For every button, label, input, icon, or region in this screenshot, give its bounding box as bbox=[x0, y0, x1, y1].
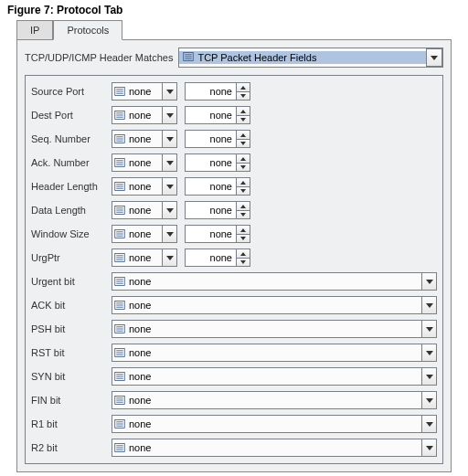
chevron-down-icon bbox=[166, 185, 174, 189]
tab-protocols[interactable]: Protocols bbox=[53, 20, 122, 40]
psh-bit-dropdown[interactable] bbox=[421, 321, 436, 337]
row-syn-bit: SYN bit none bbox=[31, 365, 437, 388]
header-match-select[interactable]: TCP Packet Header Fields bbox=[178, 48, 443, 68]
data-length-op-select[interactable]: none bbox=[112, 201, 177, 219]
ack-number-op-dropdown[interactable] bbox=[162, 154, 176, 171]
row-psh-bit: PSH bit none bbox=[31, 317, 437, 341]
urgptr-spin-down[interactable] bbox=[237, 258, 250, 266]
chevron-up-icon bbox=[240, 252, 246, 256]
ack-number-op-select[interactable]: none bbox=[112, 153, 177, 172]
seq-number-spin-down[interactable] bbox=[237, 139, 250, 147]
dest-port-spinner-value: none bbox=[186, 107, 236, 123]
rst-bit-dropdown[interactable] bbox=[421, 344, 436, 361]
label-urgptr: UrgPtr bbox=[31, 252, 108, 263]
list-icon bbox=[112, 371, 127, 382]
window-size-spin-down[interactable] bbox=[237, 234, 250, 242]
seq-number-op-dropdown[interactable] bbox=[162, 131, 176, 147]
seq-number-spin-up[interactable] bbox=[237, 131, 250, 139]
chevron-down-icon bbox=[426, 398, 433, 403]
ack-number-spin-up[interactable] bbox=[237, 154, 250, 163]
ack-number-spinner[interactable]: none bbox=[185, 153, 250, 172]
source-port-op-dropdown[interactable] bbox=[162, 83, 176, 100]
row-header-length: Header Length none none bbox=[31, 175, 437, 198]
chevron-up-icon bbox=[240, 157, 246, 161]
tab-ip[interactable]: IP bbox=[16, 20, 53, 39]
window-size-spin-up[interactable] bbox=[237, 226, 250, 234]
chevron-up-icon bbox=[240, 110, 246, 113]
data-length-op-dropdown[interactable] bbox=[162, 202, 176, 218]
urgptr-spin-up[interactable] bbox=[237, 249, 250, 258]
syn-bit-select[interactable]: none bbox=[112, 367, 437, 386]
r2-bit-select[interactable]: none bbox=[112, 439, 437, 457]
ack-bit-select[interactable]: none bbox=[112, 296, 437, 314]
chevron-down-icon bbox=[240, 237, 246, 240]
rst-bit-value: none bbox=[127, 347, 421, 358]
header-match-label: TCP/UDP/ICMP Header Matches bbox=[25, 52, 173, 63]
chevron-down-icon bbox=[166, 90, 174, 94]
urgptr-op-select[interactable]: none bbox=[112, 249, 177, 267]
chevron-down-icon bbox=[240, 260, 246, 264]
label-header-length: Header Length bbox=[31, 181, 108, 192]
label-rst-bit: RST bit bbox=[31, 347, 108, 358]
data-length-spin-up[interactable] bbox=[237, 202, 250, 210]
dest-port-op-select[interactable]: none bbox=[112, 106, 177, 124]
header-length-spin-down[interactable] bbox=[237, 186, 250, 195]
urgent-bit-select[interactable]: none bbox=[112, 272, 437, 291]
window-size-spinner[interactable]: none bbox=[185, 225, 250, 243]
psh-bit-select[interactable]: none bbox=[112, 320, 437, 338]
chevron-up-icon bbox=[240, 228, 246, 232]
header-length-spin-up[interactable] bbox=[237, 178, 250, 186]
row-rst-bit: RST bit none bbox=[31, 341, 437, 365]
dest-port-spin-down[interactable] bbox=[237, 115, 250, 123]
dest-port-spinner[interactable]: none bbox=[185, 106, 250, 124]
source-port-op-select[interactable]: none bbox=[112, 82, 177, 100]
dest-port-spin-up[interactable] bbox=[237, 107, 250, 115]
label-r2-bit: R2 bit bbox=[31, 442, 108, 453]
row-source-port: Source Port none none bbox=[31, 79, 437, 103]
ack-number-spin-down[interactable] bbox=[237, 163, 250, 171]
label-r1-bit: R1 bit bbox=[31, 418, 108, 429]
ack-number-op-value: none bbox=[127, 157, 162, 168]
list-icon bbox=[112, 252, 127, 263]
r2-bit-dropdown[interactable] bbox=[421, 439, 436, 456]
header-length-op-dropdown[interactable] bbox=[162, 178, 176, 195]
data-length-op-value: none bbox=[127, 205, 162, 216]
data-length-spinner[interactable]: none bbox=[185, 201, 250, 219]
seq-number-spinner[interactable]: none bbox=[185, 130, 250, 148]
r1-bit-select[interactable]: none bbox=[112, 415, 437, 433]
fin-bit-dropdown[interactable] bbox=[421, 392, 436, 408]
urgent-bit-dropdown[interactable] bbox=[421, 273, 436, 290]
urgptr-spinner[interactable]: none bbox=[185, 249, 250, 267]
urgptr-op-value: none bbox=[127, 252, 162, 263]
r2-bit-value: none bbox=[127, 442, 421, 453]
row-data-length: Data Length none none bbox=[31, 198, 437, 222]
source-port-spin-up[interactable] bbox=[237, 83, 250, 91]
fin-bit-select[interactable]: none bbox=[112, 391, 437, 409]
urgptr-op-dropdown[interactable] bbox=[162, 249, 176, 266]
chevron-down-icon bbox=[426, 446, 433, 450]
row-seq-number: Seq. Number none none bbox=[31, 127, 437, 151]
source-port-spin-down[interactable] bbox=[237, 91, 250, 100]
window-size-op-select[interactable]: none bbox=[112, 225, 177, 243]
data-length-spin-down[interactable] bbox=[237, 210, 250, 218]
window-size-op-dropdown[interactable] bbox=[162, 226, 176, 242]
syn-bit-dropdown[interactable] bbox=[421, 368, 436, 385]
label-urgent-bit: Urgent bit bbox=[31, 276, 108, 287]
list-icon bbox=[112, 86, 127, 97]
header-length-spinner[interactable]: none bbox=[185, 177, 250, 196]
rst-bit-select[interactable]: none bbox=[112, 344, 437, 362]
source-port-spinner[interactable]: none bbox=[185, 82, 250, 100]
row-r2-bit: R2 bit none bbox=[31, 436, 437, 460]
dest-port-op-dropdown[interactable] bbox=[162, 107, 176, 123]
ack-bit-dropdown[interactable] bbox=[421, 297, 436, 313]
list-icon bbox=[112, 418, 127, 429]
header-length-op-select[interactable]: none bbox=[112, 177, 177, 196]
header-match-dropdown[interactable] bbox=[426, 48, 442, 67]
chevron-down-icon bbox=[166, 256, 174, 260]
chevron-down-icon bbox=[426, 303, 433, 308]
list-icon bbox=[112, 157, 127, 168]
list-icon bbox=[112, 323, 127, 334]
r1-bit-dropdown[interactable] bbox=[421, 416, 436, 432]
seq-number-op-select[interactable]: none bbox=[112, 130, 177, 148]
list-icon bbox=[112, 442, 127, 453]
